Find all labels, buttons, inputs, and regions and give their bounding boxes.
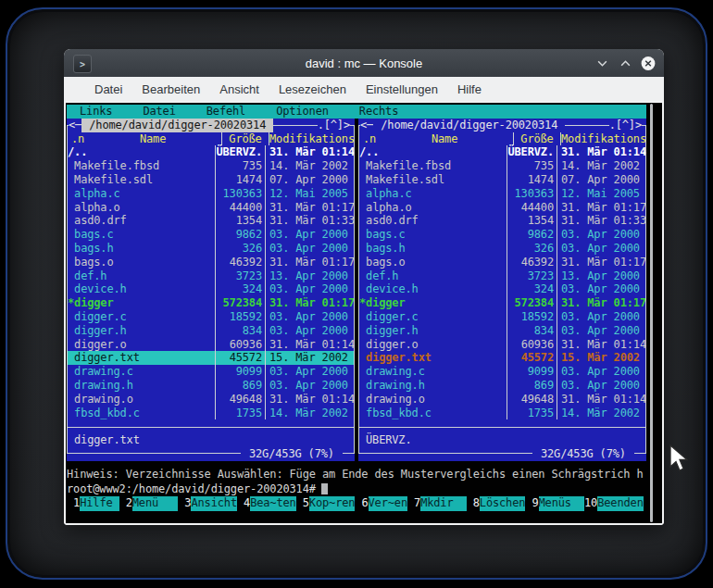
file-row[interactable]: alpha.c13036312. Mai 2005 <box>358 187 646 201</box>
file-date: 31. Mär 01:14 <box>557 393 646 407</box>
file-row[interactable]: alpha.o4440031. Mär 01:17 <box>358 201 646 215</box>
header-name-column[interactable]: .nName <box>358 132 513 146</box>
disk-usage-left: 32G/453G (7%) <box>241 447 343 461</box>
file-row[interactable]: drawing.h86903. Apr 2000 <box>67 379 355 393</box>
panel-path-left[interactable]: /home/david/digger-20020314 <box>81 119 273 132</box>
file-row[interactable]: alpha.c13036312. Mai 2005 <box>67 187 355 201</box>
close-button[interactable] <box>641 56 656 70</box>
shell-prompt[interactable]: root@www2:/home/david/digger-20020314# <box>67 482 659 497</box>
fkey-button-f7[interactable]: Mkdir <box>420 496 467 511</box>
file-row[interactable]: fbsd_kbd.c173514. Mär 2002 <box>358 407 646 420</box>
fkey-button-f6[interactable]: Ver~en <box>369 496 407 511</box>
file-row[interactable]: def.h372313. Apr 2000 <box>67 269 355 283</box>
file-row[interactable]: bags.c986203. Apr 2000 <box>67 228 355 242</box>
fkey-button-f5[interactable]: Kop~ren <box>309 496 356 511</box>
fkey-button-f1[interactable]: Hilfe <box>80 496 119 511</box>
file-row[interactable]: /..ÜBERVZ.31. Mär 01:14 <box>67 145 355 159</box>
file-row[interactable]: bags.c986203. Apr 2000 <box>358 228 646 242</box>
file-date: 14. Mär 2002 <box>266 407 355 420</box>
file-row[interactable]: digger.txt4557215. Mär 2002 <box>67 351 355 365</box>
file-name: bags.c <box>67 228 215 242</box>
file-row[interactable]: drawing.c909903. Apr 2000 <box>358 365 646 379</box>
menubar-item-hilfe[interactable]: Hilfe <box>457 82 482 96</box>
file-row[interactable]: drawing.o4964831. Mär 01:14 <box>358 393 646 407</box>
file-size: 60936 <box>507 338 557 352</box>
file-row[interactable]: *digger57238431. Mär 01:17 <box>67 296 355 310</box>
file-date: 03. Apr 2000 <box>557 310 646 324</box>
file-row[interactable]: Makefile.sdl147407. Apr 2000 <box>358 173 646 187</box>
file-row[interactable]: digger.c1859203. Apr 2000 <box>358 310 646 324</box>
file-row[interactable]: Makefile.fbsd73514. Mär 2002 <box>358 159 646 173</box>
file-row[interactable]: digger.c1859203. Apr 2000 <box>67 310 355 324</box>
file-panel-right[interactable]: <─ /home/david/digger-20020314 .[^]>.nNa… <box>358 119 646 461</box>
file-name: fbsd_kbd.c <box>358 407 507 420</box>
file-date: 13. Apr 2000 <box>266 269 355 283</box>
file-size: 1354 <box>507 214 557 228</box>
fkey-button-f3[interactable]: Ansicht <box>191 496 237 511</box>
terminal-scrollbar[interactable] <box>650 104 653 522</box>
file-row[interactable]: bags.h32603. Apr 2000 <box>358 242 646 256</box>
mc-menu-optionen[interactable]: Optionen <box>276 105 329 119</box>
file-row[interactable]: digger.o6093631. Mär 01:14 <box>67 338 355 352</box>
file-date: 15. Mär 2002 <box>266 351 355 365</box>
menubar-item-ansicht[interactable]: Ansicht <box>219 82 259 96</box>
file-name: digger.h <box>67 324 215 338</box>
file-size: 572384 <box>507 296 557 310</box>
menubar-item-einstellungen[interactable]: Einstellungen <box>366 82 438 96</box>
file-name: digger.c <box>67 310 215 324</box>
file-size: 130363 <box>507 187 557 201</box>
file-row[interactable]: asd0.drf135431. Mär 01:33 <box>358 214 646 228</box>
file-row[interactable]: device.h32403. Apr 2000 <box>67 282 355 296</box>
file-row[interactable]: digger.txt4557215. Mär 2002 <box>358 351 646 365</box>
file-row[interactable]: bags.h32603. Apr 2000 <box>67 242 355 256</box>
file-row[interactable]: def.h372313. Apr 2000 <box>358 269 646 283</box>
file-row[interactable]: digger.h83403. Apr 2000 <box>358 324 646 338</box>
terminal[interactable]: LinksDateiBefehlOptionenRechts <─ /home/… <box>66 103 662 523</box>
fkey-button-f8[interactable]: Löschen <box>480 496 526 511</box>
file-row[interactable]: alpha.o4440031. Mär 01:17 <box>67 201 355 215</box>
menubar-item-bearbeiten[interactable]: Bearbeiten <box>142 82 200 96</box>
mc-menu-links[interactable]: Links <box>80 105 112 119</box>
file-row[interactable]: digger.o6093631. Mär 01:14 <box>358 338 646 352</box>
mc-menu-rechts[interactable]: Rechts <box>359 105 398 119</box>
fkey-button-f9[interactable]: Menüs <box>539 496 585 511</box>
file-row[interactable]: fbsd_kbd.c173514. Mär 2002 <box>67 407 355 420</box>
panel-corner-buttons[interactable]: .[^]> <box>318 119 350 132</box>
header-name-column[interactable]: .nName <box>67 132 221 146</box>
panel-corner-buttons[interactable]: .[^]> <box>609 119 642 132</box>
mc-menu-datei[interactable]: Datei <box>143 105 175 119</box>
file-row[interactable]: Makefile.sdl147407. Apr 2000 <box>67 173 355 187</box>
minimize-button[interactable] <box>594 56 609 70</box>
panel-path-right[interactable]: /home/david/digger-20020314 <box>373 119 565 132</box>
file-row[interactable]: bags.o4639231. Mär 01:17 <box>67 256 355 269</box>
fkey-button-f4[interactable]: Bea~ten <box>250 496 296 511</box>
file-row[interactable]: drawing.o4964831. Mär 01:14 <box>67 393 355 407</box>
mc-menu-befehl[interactable]: Befehl <box>206 105 245 119</box>
header-size-column[interactable]: Größe <box>514 132 560 146</box>
menubar-item-datei[interactable]: Datei <box>94 82 122 96</box>
file-row[interactable]: /..ÜBERVZ.31. Mär 01:14 <box>358 145 646 159</box>
file-row[interactable]: device.h32403. Apr 2000 <box>358 282 646 296</box>
file-panel-left[interactable]: <─ /home/david/digger-20020314 .[^]>.nNa… <box>67 119 355 461</box>
file-row[interactable]: digger.h83403. Apr 2000 <box>67 324 355 338</box>
menubar-item-lesezeichen[interactable]: Lesezeichen <box>279 82 346 96</box>
header-date-column[interactable]: Modifikations <box>561 132 646 146</box>
file-row[interactable]: *digger57238431. Mär 01:17 <box>358 296 646 310</box>
header-date-column[interactable]: Modifikations <box>269 132 355 146</box>
file-row[interactable]: Makefile.fbsd73514. Mär 2002 <box>67 159 355 173</box>
file-date: 31. Mär 01:14 <box>266 338 355 352</box>
file-row[interactable]: drawing.h86903. Apr 2000 <box>358 379 646 393</box>
file-size: 324 <box>216 282 265 296</box>
maximize-button[interactable] <box>618 56 632 70</box>
fkey-number: 7 <box>407 496 420 511</box>
terminal-frame: LinksDateiBefehlOptionenRechts <─ /home/… <box>64 101 664 525</box>
header-size-column[interactable]: Größe <box>222 132 269 146</box>
file-row[interactable]: asd0.drf135431. Mär 01:33 <box>67 214 355 228</box>
file-row[interactable]: drawing.c909903. Apr 2000 <box>67 365 355 379</box>
file-row[interactable]: bags.o4639231. Mär 01:17 <box>358 256 646 269</box>
fkey-button-f10[interactable]: Beenden <box>597 496 644 511</box>
fkey-button-f2[interactable]: Menü <box>132 496 179 511</box>
file-size: 44400 <box>507 201 557 215</box>
file-name: alpha.c <box>67 187 215 201</box>
window-titlebar[interactable]: > david : mc — Konsole <box>64 49 664 77</box>
